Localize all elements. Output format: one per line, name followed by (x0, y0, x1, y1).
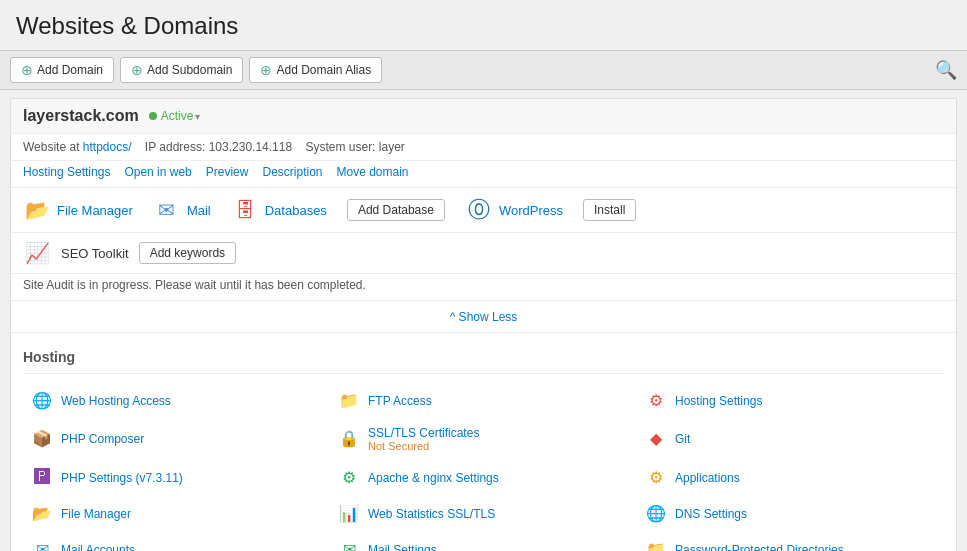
domain-name: layerstack.com (23, 107, 139, 125)
grid-item-label: Hosting Settings (675, 394, 762, 408)
show-less-row: ^ Show Less (11, 301, 956, 333)
toolbar: ⊕ Add Domain ⊕ Add Subdomain ⊕ Add Domai… (0, 50, 967, 90)
grid-item[interactable]: ⚙Apache & nginx Settings (330, 459, 637, 495)
grid-item-icon: 📂 (31, 502, 53, 524)
domain-panel: layerstack.com Active ▾ Website at httpd… (10, 98, 957, 551)
httpdocs-link[interactable]: httpdocs/ (83, 140, 132, 154)
wordpress-tool[interactable]: ⓪ WordPress (465, 196, 563, 224)
file-manager-tool[interactable]: 📂 File Manager (23, 196, 133, 224)
grid-item[interactable]: ✉Mail Accounts (23, 531, 330, 551)
grid-item-icon: 📊 (338, 502, 360, 524)
grid-item-icon: ⚙ (645, 389, 667, 411)
system-user: System user: layer (305, 140, 404, 154)
page-title: Websites & Domains (0, 0, 967, 50)
seo-icon: 📈 (23, 239, 51, 267)
install-button[interactable]: Install (583, 199, 636, 221)
grid-item[interactable]: 📁FTP Access (330, 382, 637, 418)
grid-item-label: Mail Settings (368, 543, 437, 552)
grid-item-icon: ⚙ (645, 466, 667, 488)
seo-audit-text: Site Audit is in progress. Please wait u… (11, 274, 956, 301)
add-domain-alias-label: Add Domain Alias (276, 63, 371, 77)
grid-item-icon: 🌐 (31, 389, 53, 411)
tools-row: 📂 File Manager ✉ Mail 🗄 Databases Add Da… (11, 188, 956, 233)
grid-item-icon: 📁 (338, 389, 360, 411)
grid-item[interactable]: 📂File Manager (23, 495, 330, 531)
grid-section: Hosting 🌐Web Hosting Access📁FTP Access⚙H… (11, 333, 956, 551)
grid-item-label: PHP Composer (61, 432, 144, 446)
ip-address: IP address: 103.230.14.118 (145, 140, 292, 154)
add-domain-alias-button[interactable]: ⊕ Add Domain Alias (249, 57, 382, 83)
seo-label[interactable]: SEO Toolkit (61, 246, 129, 261)
status-text[interactable]: Active (161, 109, 194, 123)
databases-tool[interactable]: 🗄 Databases (231, 196, 327, 224)
databases-icon: 🗄 (231, 196, 259, 224)
databases-label: Databases (265, 203, 327, 218)
tools-grid: 🌐Web Hosting Access📁FTP Access⚙Hosting S… (23, 382, 944, 551)
grid-item[interactable]: 🔒SSL/TLS CertificatesNot Secured (330, 418, 637, 459)
grid-item[interactable]: ◆Git (637, 418, 944, 459)
grid-item[interactable]: 📦PHP Composer (23, 418, 330, 459)
grid-item[interactable]: 📁Password-Protected Directories (637, 531, 944, 551)
mail-tool[interactable]: ✉ Mail (153, 196, 211, 224)
domain-links: Hosting Settings Open in web Preview Des… (11, 161, 956, 188)
grid-item-label: Web Statistics SSL/TLS (368, 507, 495, 521)
grid-item-label: Apache & nginx Settings (368, 471, 499, 485)
add-subdomain-button[interactable]: ⊕ Add Subdomain (120, 57, 243, 83)
domain-header: layerstack.com Active ▾ (11, 99, 956, 134)
grid-item[interactable]: ⚙Applications (637, 459, 944, 495)
grid-item-icon: ◆ (645, 428, 667, 450)
grid-item[interactable]: ⚙Hosting Settings (637, 382, 944, 418)
grid-item-icon: 📦 (31, 428, 53, 450)
grid-item[interactable]: 🌐Web Hosting Access (23, 382, 330, 418)
grid-item-label: Git (675, 432, 690, 446)
domain-info: Website at httpdocs/ IP address: 103.230… (11, 134, 956, 161)
grid-item[interactable]: ✉Mail Settings (330, 531, 637, 551)
add-domain-alias-icon: ⊕ (260, 62, 272, 78)
grid-item-label: Applications (675, 471, 740, 485)
add-subdomain-label: Add Subdomain (147, 63, 232, 77)
grid-item[interactable]: 🌐DNS Settings (637, 495, 944, 531)
add-database-button[interactable]: Add Database (347, 199, 445, 221)
grid-section-title: Hosting (23, 343, 944, 374)
grid-item-label: Mail Accounts (61, 543, 135, 552)
open-in-web-link[interactable]: Open in web (124, 165, 191, 179)
grid-item-label: FTP Access (368, 394, 432, 408)
preview-link[interactable]: Preview (206, 165, 249, 179)
description-link[interactable]: Description (262, 165, 322, 179)
search-button[interactable]: 🔍 (935, 59, 957, 81)
grid-item-label: SSL/TLS Certificates (368, 426, 479, 440)
status-arrow-icon: ▾ (195, 111, 200, 122)
file-manager-icon: 📂 (23, 196, 51, 224)
show-less-link[interactable]: ^ Show Less (450, 310, 518, 324)
add-subdomain-icon: ⊕ (131, 62, 143, 78)
grid-item-icon: 🔒 (338, 428, 360, 450)
website-prefix: Website at (23, 140, 83, 154)
move-domain-link[interactable]: Move domain (337, 165, 409, 179)
mail-label: Mail (187, 203, 211, 218)
grid-item-label: DNS Settings (675, 507, 747, 521)
add-domain-label: Add Domain (37, 63, 103, 77)
status-dot (149, 112, 157, 120)
grid-item-icon: 📁 (645, 538, 667, 551)
grid-item-label: Password-Protected Directories (675, 543, 844, 552)
grid-item-icon: ✉ (31, 538, 53, 551)
wordpress-icon: ⓪ (465, 196, 493, 224)
mail-icon: ✉ (153, 196, 181, 224)
add-keywords-button[interactable]: Add keywords (139, 242, 236, 264)
grid-item-icon: ✉ (338, 538, 360, 551)
grid-item-label: Web Hosting Access (61, 394, 171, 408)
add-domain-icon: ⊕ (21, 62, 33, 78)
file-manager-label: File Manager (57, 203, 133, 218)
grid-item-label: File Manager (61, 507, 131, 521)
grid-item-icon: 🅿 (31, 466, 53, 488)
grid-item[interactable]: 📊Web Statistics SSL/TLS (330, 495, 637, 531)
grid-item[interactable]: 🅿PHP Settings (v7.3.11) (23, 459, 330, 495)
hosting-settings-link[interactable]: Hosting Settings (23, 165, 110, 179)
add-domain-button[interactable]: ⊕ Add Domain (10, 57, 114, 83)
grid-item-sublabel: Not Secured (368, 440, 479, 452)
grid-item-icon: 🌐 (645, 502, 667, 524)
grid-item-label: PHP Settings (v7.3.11) (61, 471, 183, 485)
wordpress-label: WordPress (499, 203, 563, 218)
seo-row: 📈 SEO Toolkit Add keywords (11, 233, 956, 274)
grid-item-icon: ⚙ (338, 466, 360, 488)
